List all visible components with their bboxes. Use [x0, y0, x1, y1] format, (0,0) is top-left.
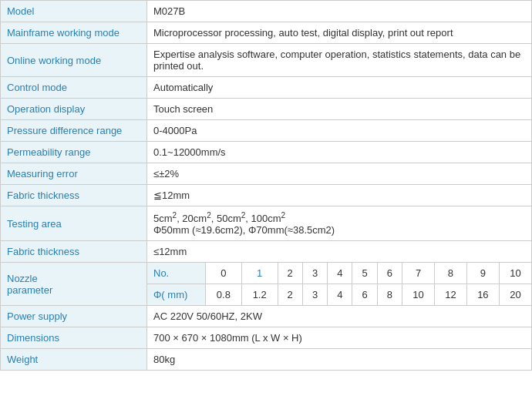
measuring-value: ≤±2%	[147, 163, 532, 185]
nozzle-no-5: 5	[352, 263, 377, 284]
nozzle-no-7: 7	[402, 263, 435, 284]
dimensions-label: Dimensions	[1, 327, 147, 349]
pressure-label: Pressure difference range	[1, 120, 147, 142]
nozzle-mm-8: 12	[434, 284, 466, 306]
nozzle-mm-10: 20	[499, 284, 531, 306]
online-label: Online working mode	[1, 44, 147, 77]
power-label: Power supply	[1, 306, 147, 327]
nozzle-mm-4: 4	[328, 284, 352, 306]
fabric2-value: ≤12mm	[147, 241, 532, 263]
weight-row: Weight 80kg	[1, 349, 532, 371]
testing-value: 5cm2, 20cm2, 50cm2, 100cm2 Φ50mm (≈19.6c…	[147, 206, 532, 241]
permeability-row: Permeability range 0.1~12000mm/s	[1, 142, 532, 163]
mainframe-value: Microprocessor processing, auto test, di…	[147, 22, 532, 44]
testing-row: Testing area 5cm2, 20cm2, 50cm2, 100cm2 …	[1, 206, 532, 241]
nozzle-mm-6: 8	[377, 284, 402, 306]
nozzle-no-0: 0	[206, 263, 242, 284]
fabric2-label: Fabric thickness	[1, 241, 147, 263]
testing-line2: Φ50mm (≈19.6cm2), Φ70mm(≈38.5cm2)	[153, 224, 335, 236]
permeability-label: Permeability range	[1, 142, 147, 163]
measuring-row: Measuring error ≤±2%	[1, 163, 532, 185]
nozzle-no-1: 1	[241, 263, 278, 284]
operation-value: Touch screen	[147, 99, 532, 120]
nozzle-no-label: No.	[147, 263, 206, 284]
control-value: Automatically	[147, 77, 532, 99]
control-row: Control mode Automatically	[1, 77, 532, 99]
model-row: Model M027B	[1, 1, 532, 22]
testing-label: Testing area	[1, 206, 147, 241]
mainframe-label: Mainframe working mode	[1, 22, 147, 44]
fabric1-value: ≦12mm	[147, 185, 532, 206]
measuring-label: Measuring error	[1, 163, 147, 185]
nozzle-no-2: 2	[278, 263, 302, 284]
pressure-row: Pressure difference range 0-4000Pa	[1, 120, 532, 142]
nozzle-mm-9: 16	[466, 284, 499, 306]
nozzle-mm-7: 10	[402, 284, 435, 306]
model-value: M027B	[147, 1, 532, 22]
operation-row: Operation display Touch screen	[1, 99, 532, 120]
nozzle-mm-3: 3	[302, 284, 327, 306]
operation-label: Operation display	[1, 99, 147, 120]
dimensions-row: Dimensions 700 × 670 × 1080mm (L x W × H…	[1, 327, 532, 349]
testing-line1: 5cm2, 20cm2, 50cm2, 100cm2	[153, 213, 285, 224]
power-value: AC 220V 50/60HZ, 2KW	[147, 306, 532, 327]
weight-value: 80kg	[147, 349, 532, 371]
nozzle-param-label: Nozzle parameter	[1, 263, 147, 306]
nozzle-mm-1: 1.2	[241, 284, 278, 306]
nozzle-no-row: Nozzle parameter No. 0 1 2 3 4 5 6 7 8 9…	[1, 263, 532, 284]
fabric1-row: Fabric thickness ≦12mm	[1, 185, 532, 206]
power-row: Power supply AC 220V 50/60HZ, 2KW	[1, 306, 532, 327]
pressure-value: 0-4000Pa	[147, 120, 532, 142]
nozzle-no-4: 4	[328, 263, 352, 284]
nozzle-no-3: 3	[302, 263, 327, 284]
permeability-value: 0.1~12000mm/s	[147, 142, 532, 163]
nozzle-no-6: 6	[377, 263, 402, 284]
dimensions-value: 700 × 670 × 1080mm (L x W × H)	[147, 327, 532, 349]
nozzle-mm-2: 2	[278, 284, 302, 306]
nozzle-mm-label: Φ( mm)	[147, 284, 206, 306]
weight-label: Weight	[1, 349, 147, 371]
control-label: Control mode	[1, 77, 147, 99]
nozzle-mm-0: 0.8	[206, 284, 242, 306]
mainframe-row: Mainframe working mode Microprocessor pr…	[1, 22, 532, 44]
fabric2-row: Fabric thickness ≤12mm	[1, 241, 532, 263]
nozzle-label-line1: Nozzle	[7, 273, 38, 284]
model-label: Model	[1, 1, 147, 22]
fabric1-label: Fabric thickness	[1, 185, 147, 206]
nozzle-no-8: 8	[434, 263, 466, 284]
online-value: Expertise analysis software, computer op…	[147, 44, 532, 77]
nozzle-no-9: 9	[466, 263, 499, 284]
nozzle-mm-5: 6	[352, 284, 377, 306]
nozzle-label-line2: parameter	[7, 284, 52, 296]
online-row: Online working mode Expertise analysis s…	[1, 44, 532, 77]
nozzle-no-10: 10	[499, 263, 531, 284]
